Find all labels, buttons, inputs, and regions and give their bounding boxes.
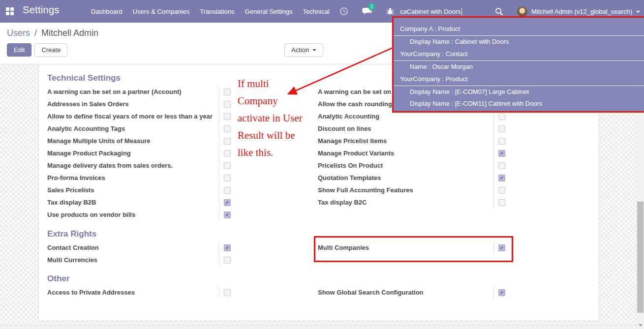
checkbox-sales-pricelists[interactable] — [224, 187, 231, 194]
action-button-label: Action — [291, 46, 309, 54]
setting-row-tax-display-b2b: Tax display B2B✔ — [47, 196, 240, 209]
checkbox-pro-forma-invoices[interactable] — [224, 175, 231, 181]
setting-row-show-full-accounting-features: Show Full Accounting Features — [318, 184, 511, 196]
nav-item-technical[interactable]: Technical — [303, 8, 329, 15]
checkbox-manage-product-packaging[interactable] — [224, 150, 231, 157]
checkbox-access-to-private-addresses[interactable] — [224, 289, 231, 296]
settings-column-left: Access to Private Addresses — [47, 286, 240, 299]
search-result-item-display-name-e-com07-large-cabinet[interactable]: Display Name : [E-COM07] Large Cabinet — [394, 86, 644, 98]
checkbox-addresses-in-sales-orders[interactable] — [224, 101, 231, 108]
action-dropdown-button[interactable]: Action — [284, 43, 323, 57]
search-group-header-yourcompany-contact: YourCompany : Contact — [394, 48, 644, 61]
checkbox-tax-display-b2b[interactable]: ✔ — [224, 199, 231, 206]
search-result-item-display-name-cabinet-with-doors[interactable]: Display Name : Cabinet with Doors — [394, 36, 644, 48]
checkbox-manage-multiple-units-of-measure[interactable] — [224, 138, 231, 145]
form-buttons: Edit Create — [7, 43, 67, 57]
setting-label: Discount on lines — [318, 122, 494, 135]
setting-label: Manage Product Variants — [318, 147, 494, 159]
user-avatar — [517, 6, 527, 17]
search-result-item-name-oscar-morgan[interactable]: Name : Oscar Morgan — [394, 61, 644, 73]
checkbox-pricelists-on-product[interactable] — [498, 162, 505, 169]
setting-row-access-to-private-addresses: Access to Private Addresses — [47, 286, 240, 299]
setting-row-use-products-on-vendor-bills: Use products on vendor bills✔ — [47, 209, 240, 221]
setting-row-pro-forma-invoices: Pro-forma Invoices — [47, 172, 240, 184]
setting-row-discount-on-lines: Discount on lines — [318, 122, 511, 135]
setting-row-multi-companies: Multi Companies✔ — [318, 241, 511, 254]
navbar-menu: DashboardUsers & CompaniesTranslationsGe… — [91, 0, 330, 23]
setting-label: Access to Private Addresses — [47, 286, 219, 299]
checkbox-manage-product-variants[interactable]: ✔ — [498, 150, 505, 157]
checkbox-a-warning-can-be-set-on-a-partner-account[interactable] — [224, 89, 231, 95]
setting-row-a-warning-can-be-set-on-a-partner-account: A warning can be set on a partner (Accou… — [47, 86, 240, 98]
activities-clock-icon[interactable] — [338, 6, 349, 17]
nav-item-translations[interactable]: Translations — [200, 8, 234, 15]
edit-button[interactable]: Edit — [7, 43, 31, 57]
setting-label: Show Full Accounting Features — [318, 184, 494, 196]
search-result-item-display-name-e-com11-cabinet-with-doors[interactable]: Display Name : [E-COM11] Cabinet with Do… — [394, 98, 644, 110]
setting-row-sales-pricelists: Sales Pricelists — [47, 184, 240, 196]
breadcrumb-users-link[interactable]: Users — [7, 28, 30, 38]
global-search-results-dropdown: Company A : ProductDisplay Name : Cabine… — [392, 16, 644, 113]
setting-row-manage-delivery-dates-from-sales-orders: Manage delivery dates from sales orders. — [47, 159, 240, 172]
create-button[interactable]: Create — [34, 43, 67, 57]
section-other: Other Access to Private AddressesShow Gl… — [39, 273, 599, 286]
setting-label: Multi Currencies — [47, 254, 219, 266]
checkbox-multi-currencies[interactable] — [224, 257, 231, 264]
settings-column-right: Multi Companies✔ — [318, 241, 511, 254]
setting-row-analytic-accounting-tags: Analytic Accounting Tags — [47, 122, 240, 135]
setting-label: Quotation Templates — [318, 172, 494, 184]
checkbox-tax-display-b2c[interactable] — [498, 199, 505, 206]
nav-item-general-settings[interactable]: General Settings — [245, 8, 293, 15]
setting-row-contact-creation: Contact Creation✔ — [47, 241, 240, 254]
setting-label: Pricelists On Product — [318, 159, 494, 172]
search-icon[interactable] — [493, 6, 504, 17]
checkbox-quotation-templates[interactable]: ✔ — [498, 175, 505, 181]
nav-item-users-companies[interactable]: Users & Companies — [133, 8, 190, 15]
setting-row-pricelists-on-product: Pricelists On Product — [318, 159, 511, 172]
setting-label: Show Global Search Configuration — [318, 286, 494, 299]
checkbox-discount-on-lines[interactable] — [498, 125, 505, 132]
setting-label: Manage Pricelist Items — [318, 135, 494, 147]
user-name: Mitchell Admin (v12_global_search) — [531, 8, 632, 15]
messages-chat-icon[interactable]: 1 — [362, 6, 372, 17]
setting-label: A warning can be set on a partner (Accou… — [47, 86, 219, 98]
checkbox-multi-companies[interactable]: ✔ — [498, 244, 505, 251]
message-count-badge: 1 — [368, 3, 375, 10]
text-cursor — [461, 8, 462, 15]
search-group-header-yourcompany-product: YourCompany : Product — [394, 73, 644, 86]
navbar-systray: 1 — [338, 0, 396, 23]
bug-icon[interactable] — [385, 6, 396, 17]
setting-label: Pro-forma Invoices — [47, 172, 219, 184]
setting-row-addresses-in-sales-orders: Addresses in Sales Orders — [47, 98, 240, 110]
checkbox-manage-pricelist-items[interactable] — [498, 138, 505, 145]
nav-item-dashboard[interactable]: Dashboard — [91, 8, 123, 15]
section-title: Extra Rights — [47, 229, 599, 239]
settings-column-left: A warning can be set on a partner (Accou… — [47, 86, 240, 221]
search-group-header-company-a-product: Company A : Product — [394, 23, 644, 36]
odoo-settings-page: Settings DashboardUsers & CompaniesTrans… — [0, 0, 644, 329]
scrollbar-thumb[interactable] — [637, 202, 644, 313]
setting-label: Manage Multiple Units of Measure — [47, 135, 219, 147]
checkbox-analytic-accounting-tags[interactable] — [224, 125, 231, 132]
apps-menu-icon[interactable] — [6, 7, 14, 15]
checkbox-analytic-accounting[interactable] — [498, 113, 505, 120]
setting-row-manage-pricelist-items: Manage Pricelist Items — [318, 135, 511, 147]
global-search-input[interactable]: caCabinet with Doors — [400, 6, 491, 17]
scrollbar-down-button[interactable] — [637, 321, 644, 329]
checkbox-show-global-search-configuration[interactable]: ✔ — [498, 289, 505, 296]
checkbox-show-full-accounting-features[interactable] — [498, 187, 505, 194]
setting-label: Manage delivery dates from sales orders. — [47, 159, 219, 172]
setting-row-show-global-search-configuration: Show Global Search Configuration✔ — [318, 286, 511, 299]
setting-label: Contact Creation — [47, 241, 219, 254]
checkbox-manage-delivery-dates-from-sales-orders[interactable] — [224, 162, 231, 169]
checkbox-use-products-on-vendor-bills[interactable]: ✔ — [224, 211, 231, 218]
setting-row-manage-multiple-units-of-measure: Manage Multiple Units of Measure — [47, 135, 240, 147]
setting-label: Multi Companies — [318, 241, 494, 254]
checkbox-allow-to-define-fiscal-years-of-more-or-less-than-a-year[interactable] — [224, 113, 231, 120]
horizontal-scrollbar[interactable] — [0, 325, 637, 329]
setting-label: Manage Product Packaging — [47, 147, 219, 159]
setting-label: Analytic Accounting Tags — [47, 122, 219, 135]
checkbox-contact-creation[interactable]: ✔ — [224, 244, 231, 251]
section-title: Other — [47, 273, 599, 284]
caret-down-icon — [312, 49, 316, 51]
